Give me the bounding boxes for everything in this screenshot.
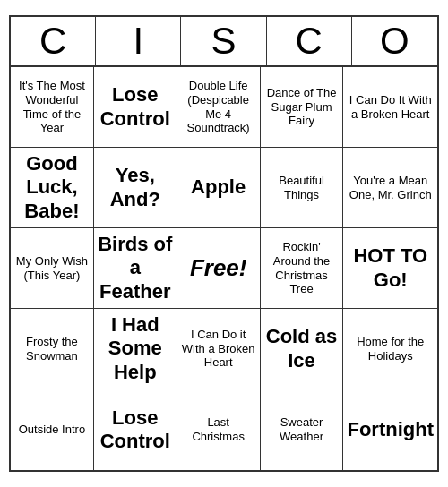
bingo-cell-17: I Can Do it With a Broken Heart: [177, 309, 261, 389]
cell-text-16: I Had Some Help: [98, 313, 173, 384]
cell-text-17: I Can Do it With a Broken Heart: [181, 328, 256, 370]
cell-text-6: Yes, And?: [98, 164, 173, 211]
bingo-cell-20: Outside Intro: [11, 389, 94, 470]
cell-text-10: My Only Wish (This Year): [14, 254, 90, 282]
cell-text-5: Good Luck, Babe!: [14, 152, 90, 223]
bingo-cell-5: Good Luck, Babe!: [11, 148, 94, 228]
cell-text-13: Rockin' Around the Christmas Tree: [264, 240, 340, 295]
cell-text-15: Frosty the Snowman: [14, 335, 90, 363]
cell-text-4: I Can Do It With a Broken Heart: [347, 93, 434, 121]
bingo-cell-3: Dance of The Sugar Plum Fairy: [261, 67, 344, 148]
bingo-cell-11: Birds of a Feather: [94, 228, 177, 309]
cell-text-2: Double Life (Despicable Me 4 Soundtrack): [181, 79, 256, 134]
bingo-grid: It's The Most Wonderful Time of the Year…: [11, 67, 437, 470]
cell-text-21: Lose Control: [98, 406, 173, 454]
bingo-cell-12: Free!: [177, 228, 261, 309]
bingo-cell-15: Frosty the Snowman: [11, 309, 94, 389]
cell-text-18: Cold as Ice: [264, 325, 340, 372]
bingo-cell-1: Lose Control: [94, 67, 177, 148]
header-letter-c-0: C: [11, 17, 96, 65]
bingo-cell-8: Beautiful Things: [261, 148, 344, 228]
header-letter-s-2: S: [181, 17, 266, 65]
cell-text-1: Lose Control: [98, 83, 173, 131]
bingo-cell-14: HOT TO Go!: [343, 228, 437, 309]
cell-text-0: It's The Most Wonderful Time of the Year: [14, 79, 90, 134]
cell-text-11: Birds of a Feather: [98, 233, 173, 303]
bingo-cell-6: Yes, And?: [94, 148, 177, 228]
bingo-cell-24: Fortnight: [343, 389, 437, 470]
bingo-cell-9: You're a Mean One, Mr. Grinch: [343, 148, 437, 228]
bingo-header: CISCO: [11, 17, 437, 67]
cell-text-3: Dance of The Sugar Plum Fairy: [264, 86, 340, 128]
header-letter-c-3: C: [267, 17, 352, 65]
bingo-cell-4: I Can Do It With a Broken Heart: [343, 67, 437, 148]
bingo-cell-10: My Only Wish (This Year): [11, 228, 94, 309]
bingo-cell-2: Double Life (Despicable Me 4 Soundtrack): [177, 67, 261, 148]
bingo-cell-19: Home for the Holidays: [343, 309, 437, 389]
header-letter-i-1: I: [96, 17, 181, 65]
cell-text-24: Fortnight: [347, 418, 434, 441]
cell-text-12: Free!: [190, 254, 247, 282]
bingo-card: CISCO It's The Most Wonderful Time of th…: [9, 15, 439, 472]
cell-text-20: Outside Intro: [19, 423, 85, 437]
cell-text-19: Home for the Holidays: [347, 335, 434, 363]
bingo-cell-22: Last Christmas: [177, 389, 261, 470]
bingo-cell-16: I Had Some Help: [94, 309, 177, 389]
bingo-cell-18: Cold as Ice: [261, 309, 344, 389]
cell-text-14: HOT TO Go!: [347, 244, 434, 292]
bingo-cell-7: Apple: [177, 148, 261, 228]
bingo-cell-0: It's The Most Wonderful Time of the Year: [11, 67, 94, 148]
bingo-cell-13: Rockin' Around the Christmas Tree: [261, 228, 344, 309]
bingo-cell-21: Lose Control: [94, 389, 177, 470]
cell-text-9: You're a Mean One, Mr. Grinch: [347, 174, 434, 201]
cell-text-8: Beautiful Things: [264, 174, 340, 201]
header-letter-o-4: O: [352, 17, 437, 65]
cell-text-23: Sweater Weather: [264, 415, 340, 443]
cell-text-22: Last Christmas: [181, 415, 256, 443]
cell-text-7: Apple: [191, 175, 246, 199]
bingo-cell-23: Sweater Weather: [261, 389, 344, 470]
